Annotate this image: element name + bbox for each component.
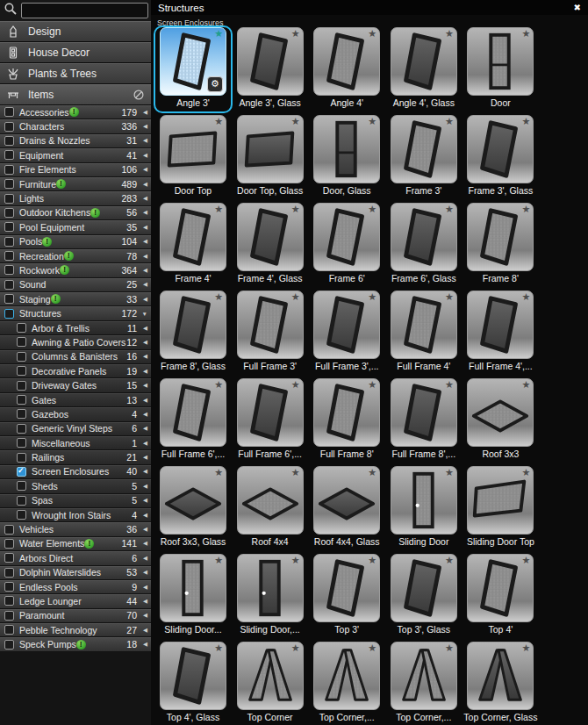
grid-item[interactable]: ★ Door [461,25,540,113]
expand-arrow-icon[interactable]: ◀ [140,195,147,202]
grid-item[interactable]: ★ Top 3' [307,552,386,640]
category-checkbox[interactable] [4,525,14,535]
category-row[interactable]: Accessories !179 ◀ [0,105,151,119]
grid-item[interactable]: ★ Top 4', Glass [154,640,233,725]
favorite-star-icon[interactable]: ★ [368,642,376,654]
category-row[interactable]: Arbors Direct 6 ◀ [0,551,151,565]
expand-arrow-icon[interactable]: ◀ [140,209,147,216]
favorite-star-icon[interactable]: ★ [214,642,223,654]
category-row[interactable]: Sound 25 ◀ [0,278,151,292]
expand-arrow-icon[interactable]: ◀ [140,425,147,432]
expand-arrow-icon[interactable]: ◀ [140,109,147,116]
category-checkbox[interactable] [17,424,26,434]
expand-arrow-icon[interactable]: ◀ [140,123,147,130]
category-checkbox[interactable] [4,165,14,175]
category-row[interactable]: Awning & Patio Covers 12 ◀ [0,335,151,349]
gear-button[interactable]: ⚙ [207,76,223,92]
category-row[interactable]: Furniture !489 ◀ [0,177,151,191]
category-checkbox[interactable] [4,222,14,232]
favorite-star-icon[interactable]: ★ [522,467,531,478]
favorite-star-icon[interactable]: ★ [445,642,454,654]
search-input[interactable] [21,3,148,18]
expand-arrow-icon[interactable]: ◀ [140,353,147,360]
expand-arrow-icon[interactable]: ◀ [140,224,147,231]
category-checkbox[interactable] [4,136,14,146]
favorite-star-icon[interactable]: ★ [368,116,376,127]
category-row[interactable]: Staging !33 ◀ [0,292,151,306]
favorite-star-icon[interactable]: ★ [445,116,454,127]
category-row[interactable]: Recreation !78 ◀ [0,249,151,263]
grid-item[interactable]: ★ Top Corner, Glass [461,640,540,725]
expand-arrow-icon[interactable]: ◀ [140,382,147,389]
favorite-star-icon[interactable]: ★ [445,204,454,215]
category-row[interactable]: Lights 283 ◀ [0,191,151,205]
expand-arrow-icon[interactable]: ◀ [140,238,147,245]
grid-item[interactable]: ★ Angle 4', Glass [384,25,463,113]
favorite-star-icon[interactable]: ★ [522,291,531,303]
category-row[interactable]: Structures 172 ▼ [0,306,151,320]
favorite-star-icon[interactable]: ★ [214,116,223,127]
expand-arrow-icon[interactable]: ◀ [140,166,147,173]
category-checkbox[interactable] [17,395,26,405]
category-row[interactable]: Sheds 5 ◀ [0,479,151,493]
close-icon[interactable]: ✖ [574,0,581,15]
category-checkbox[interactable] [4,294,14,304]
favorite-star-icon[interactable]: ★ [291,291,300,303]
grid-item[interactable]: ★ Frame 8' [461,201,540,289]
category-checkbox[interactable] [4,107,14,117]
category-checkbox[interactable] [17,438,26,448]
category-checkbox[interactable] [17,352,26,362]
favorite-star-icon[interactable]: ★ [445,28,454,39]
grid-item[interactable]: ★ Full Frame 6',... [231,377,310,464]
expand-arrow-icon[interactable]: ◀ [140,555,147,562]
category-checkbox[interactable] [17,453,26,463]
grid-item[interactable]: ★ Full Frame 4' [384,289,463,377]
category-row[interactable]: Columns & Banisters 16 ◀ [0,350,151,364]
favorite-star-icon[interactable]: ★ [214,204,223,215]
favorite-star-icon[interactable]: ★ [522,28,531,39]
grid-item[interactable]: ★ Door Top [154,113,233,201]
category-checkbox[interactable] [4,280,14,290]
category-checkbox[interactable] [17,510,26,520]
favorite-star-icon[interactable]: ★ [368,467,376,478]
category-checkbox[interactable] [17,323,26,333]
grid-item[interactable]: ★ Roof 3x3 [461,377,540,464]
category-row[interactable]: Speck Pumps !18 ◀ [0,637,151,651]
category-checkbox[interactable] [4,568,14,578]
expand-arrow-icon[interactable]: ◀ [140,152,147,159]
grid-item[interactable]: ★ Top Corner [231,640,310,725]
category-checkbox[interactable] [17,467,26,477]
favorite-star-icon[interactable]: ★ [445,467,454,478]
grid-item[interactable]: ★ Sliding Door... [154,552,233,640]
expand-arrow-icon[interactable]: ◀ [140,468,147,475]
grid-item[interactable]: ★ Door, Glass [307,113,386,201]
category-row[interactable]: Spas 5 ◀ [0,494,151,508]
expand-arrow-icon[interactable]: ◀ [140,584,147,591]
category-checkbox[interactable] [4,539,14,549]
grid-item[interactable]: ★ Sliding Door,... [231,552,310,640]
category-checkbox[interactable] [4,309,14,319]
favorite-star-icon[interactable]: ★ [522,555,531,566]
expand-arrow-icon[interactable]: ◀ [140,137,147,144]
expand-arrow-icon[interactable]: ◀ [140,497,147,504]
grid-item[interactable]: ★ Frame 6', Glass [384,201,463,289]
category-row[interactable]: Pool Equipment 35 ◀ [0,220,151,234]
category-checkbox[interactable] [4,640,14,650]
expand-arrow-icon[interactable]: ◀ [140,281,147,288]
category-checkbox[interactable] [4,150,14,160]
favorite-star-icon[interactable]: ★ [368,291,376,303]
category-checkbox[interactable] [17,366,26,376]
grid-item[interactable]: ★ Frame 3' [384,113,463,201]
grid-item[interactable]: ★ Sliding Door Top [461,464,540,552]
category-row[interactable]: Driveway Gates 15 ◀ [0,378,151,392]
category-checkbox[interactable] [4,582,14,592]
grid-item[interactable]: ★ Full Frame 8' [307,377,386,464]
expand-arrow-icon[interactable]: ◀ [140,397,147,404]
category-checkbox[interactable] [17,381,26,391]
category-checkbox[interactable] [4,625,14,635]
expand-arrow-icon[interactable]: ◀ [140,512,147,519]
expand-arrow-icon[interactable]: ◀ [140,526,147,533]
category-checkbox[interactable] [17,481,26,491]
expand-arrow-icon[interactable]: ◀ [140,598,147,605]
favorite-star-icon[interactable]: ★ [291,642,300,654]
